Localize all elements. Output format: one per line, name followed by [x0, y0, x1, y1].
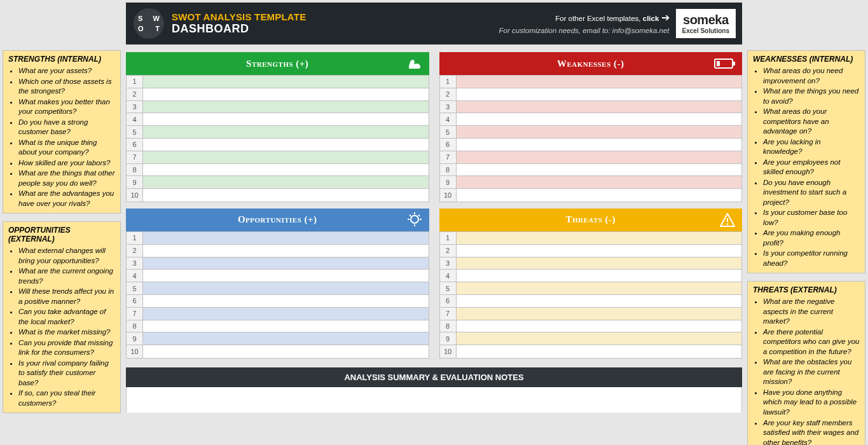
- row-input-cell[interactable]: [457, 332, 742, 345]
- row-input-cell[interactable]: [143, 345, 429, 358]
- warning-icon: [719, 212, 736, 228]
- row-input-cell[interactable]: [457, 257, 742, 270]
- hint-weaknesses: WEAKNESSES (INTERNAL) What areas do you …: [747, 50, 865, 273]
- table-row: 5: [127, 282, 429, 295]
- table-row: 8: [127, 164, 429, 177]
- table-row: 10: [440, 345, 742, 358]
- row-input-cell[interactable]: [457, 345, 742, 358]
- row-input-cell[interactable]: [143, 232, 429, 244]
- table-row: 1: [127, 232, 429, 245]
- row-input-cell[interactable]: [457, 101, 742, 113]
- row-number: 5: [440, 126, 457, 138]
- row-number: 9: [127, 176, 143, 188]
- dashboard: STRENGTHS (INTERNAL) What are your asset…: [0, 0, 868, 445]
- row-input-cell[interactable]: [143, 295, 429, 307]
- templates-link-arrow-icon[interactable]: ➔: [661, 12, 670, 23]
- hint-item: Can you provide that missing link for th…: [18, 338, 115, 358]
- table-row: 1: [440, 232, 742, 245]
- battery-low-icon: [714, 57, 736, 70]
- row-input-cell[interactable]: [143, 176, 429, 188]
- row-input-cell[interactable]: [143, 189, 429, 202]
- customization-email: For customization needs, email to: info@…: [499, 25, 670, 36]
- row-number: 2: [127, 88, 143, 100]
- row-number: 1: [440, 232, 457, 244]
- panel-label: Weaknesses (-): [557, 58, 624, 69]
- row-number: 5: [440, 282, 457, 294]
- row-input-cell[interactable]: [143, 88, 429, 100]
- brand-name: someka: [683, 13, 729, 27]
- row-number: 3: [127, 257, 143, 270]
- row-number: 5: [127, 126, 143, 138]
- row-input-cell[interactable]: [143, 308, 429, 320]
- table-row: 2: [440, 88, 742, 101]
- header-right-text: For other Excel templates, click ➔ For c…: [499, 10, 670, 36]
- row-input-cell[interactable]: [457, 76, 742, 88]
- table-row: 6: [440, 139, 742, 151]
- row-input-cell[interactable]: [457, 139, 742, 151]
- row-input-cell[interactable]: [457, 88, 742, 100]
- row-input-cell[interactable]: [457, 176, 742, 188]
- table-row: 3: [440, 257, 742, 270]
- row-input-cell[interactable]: [457, 189, 742, 202]
- row-number: 7: [127, 308, 143, 320]
- table-row: 9: [127, 332, 429, 345]
- table-row: 6: [127, 295, 429, 308]
- row-input-cell[interactable]: [143, 282, 429, 294]
- hint-title: WEAKNESSES (INTERNAL): [753, 55, 860, 64]
- row-input-cell[interactable]: [457, 270, 742, 282]
- table-row: 7: [127, 308, 429, 320]
- row-input-cell[interactable]: [457, 164, 742, 176]
- lightbulb-icon: [406, 212, 423, 228]
- left-hint-column: STRENGTHS (INTERNAL) What are your asset…: [3, 3, 121, 445]
- row-input-cell[interactable]: [143, 164, 429, 176]
- summary-body[interactable]: [126, 387, 742, 413]
- row-input-cell[interactable]: [143, 270, 429, 282]
- panel-strengths: Strengths (+) 12345678910: [126, 52, 429, 202]
- hint-item: How skilled are your labors?: [18, 158, 115, 168]
- row-number: 4: [127, 113, 143, 125]
- table-row: 2: [127, 88, 429, 101]
- row-number: 1: [440, 76, 457, 88]
- table-row: 9: [127, 176, 429, 189]
- row-input-cell[interactable]: [143, 126, 429, 138]
- row-input-cell[interactable]: [143, 139, 429, 151]
- hint-title: OPPORTUNITIES (EXTERNAL): [8, 226, 115, 243]
- row-input-cell[interactable]: [457, 113, 742, 125]
- table-row: 3: [440, 101, 742, 114]
- row-input-cell[interactable]: [457, 245, 742, 257]
- row-input-cell[interactable]: [457, 308, 742, 320]
- row-input-cell[interactable]: [143, 76, 429, 88]
- row-input-cell[interactable]: [143, 113, 429, 125]
- row-input-cell[interactable]: [457, 320, 742, 332]
- hint-item: What are the negative aspects in the cur…: [763, 297, 860, 327]
- svg-point-3: [411, 216, 418, 223]
- row-input-cell[interactable]: [143, 101, 429, 113]
- row-input-cell[interactable]: [457, 295, 742, 307]
- row-input-cell[interactable]: [143, 151, 429, 163]
- panel-weaknesses: Weaknesses (-) 12345678910: [439, 52, 743, 202]
- row-input-cell[interactable]: [143, 257, 429, 270]
- hint-item: Are your key staff members satisfied wit…: [763, 418, 860, 446]
- row-number: 2: [440, 245, 457, 257]
- row-number: 8: [440, 320, 457, 332]
- hint-item: Will these trends affect you in a positi…: [18, 287, 115, 306]
- brand-logo[interactable]: someka Excel Solutions: [676, 9, 736, 38]
- hint-item: Are your employees not skilled enough?: [763, 158, 860, 177]
- header-titles: SWOT ANALYSIS TEMPLATE DASHBOARD: [172, 3, 306, 44]
- row-input-cell[interactable]: [143, 245, 429, 257]
- row-input-cell[interactable]: [457, 151, 742, 163]
- panel-rows: 12345678910: [126, 75, 429, 202]
- center-column: SWOT SWOT ANALYSIS TEMPLATE DASHBOARD Fo…: [126, 3, 742, 445]
- hint-item: What makes you better than your competit…: [18, 97, 115, 117]
- row-input-cell[interactable]: [457, 282, 742, 294]
- table-row: 9: [440, 176, 742, 189]
- row-input-cell[interactable]: [457, 232, 742, 244]
- row-input-cell[interactable]: [143, 320, 429, 332]
- row-number: 6: [127, 295, 143, 307]
- swot-logo-icon: SWOT: [134, 8, 164, 39]
- hint-item: Do you have a strong customer base?: [18, 118, 115, 137]
- row-number: 2: [440, 88, 457, 100]
- hint-list: What areas do you need improvement on?Wh…: [753, 66, 860, 268]
- row-input-cell[interactable]: [143, 332, 429, 345]
- row-input-cell[interactable]: [457, 126, 742, 138]
